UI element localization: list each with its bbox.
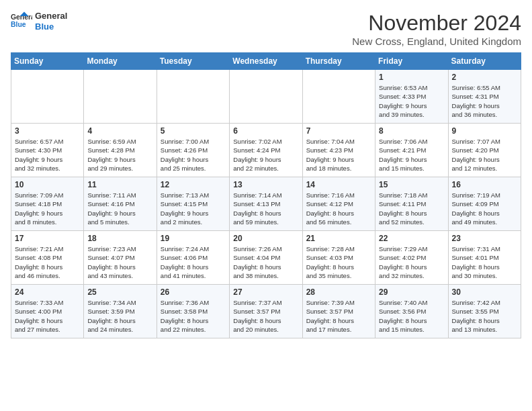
day-info: Sunrise: 7:19 AM Sunset: 4:09 PM Dayligh… [452, 191, 517, 226]
calendar-title: November 2024 [352, 11, 521, 36]
cell-1-4: 7Sunrise: 7:04 AM Sunset: 4:23 PM Daylig… [302, 124, 375, 177]
cell-3-4: 21Sunrise: 7:28 AM Sunset: 4:03 PM Dayli… [302, 231, 375, 285]
day-number: 10 [15, 180, 80, 189]
cell-3-0: 17Sunrise: 7:21 AM Sunset: 4:08 PM Dayli… [11, 231, 84, 285]
cell-1-3: 6Sunrise: 7:02 AM Sunset: 4:24 PM Daylig… [230, 124, 302, 177]
cell-0-0 [11, 70, 84, 124]
header-saturday: Saturday [448, 53, 521, 70]
logo-text: General Blue [35, 11, 67, 32]
day-number: 17 [15, 234, 80, 243]
day-number: 18 [87, 234, 152, 243]
calendar-table: SundayMondayTuesdayWednesdayThursdayFrid… [11, 52, 521, 338]
day-number: 13 [233, 180, 298, 189]
day-number: 14 [306, 180, 371, 189]
cell-1-6: 9Sunrise: 7:07 AM Sunset: 4:20 PM Daylig… [448, 124, 521, 177]
day-info: Sunrise: 7:23 AM Sunset: 4:07 PM Dayligh… [87, 244, 152, 280]
cell-0-3 [230, 70, 302, 124]
day-info: Sunrise: 7:09 AM Sunset: 4:18 PM Dayligh… [15, 191, 80, 226]
cell-2-0: 10Sunrise: 7:09 AM Sunset: 4:18 PM Dayli… [11, 177, 84, 231]
header-tuesday: Tuesday [157, 53, 229, 70]
day-number: 8 [379, 126, 444, 136]
day-info: Sunrise: 7:07 AM Sunset: 4:20 PM Dayligh… [452, 137, 517, 173]
cell-4-2: 26Sunrise: 7:36 AM Sunset: 3:58 PM Dayli… [157, 285, 229, 338]
cell-3-6: 23Sunrise: 7:31 AM Sunset: 4:01 PM Dayli… [448, 231, 521, 285]
cell-1-2: 5Sunrise: 7:00 AM Sunset: 4:26 PM Daylig… [157, 124, 229, 177]
cell-3-5: 22Sunrise: 7:29 AM Sunset: 4:02 PM Dayli… [375, 231, 448, 285]
day-number: 30 [452, 287, 517, 297]
calendar-header: SundayMondayTuesdayWednesdayThursdayFrid… [11, 53, 521, 70]
cell-4-0: 24Sunrise: 7:33 AM Sunset: 4:00 PM Dayli… [11, 285, 84, 338]
day-number: 5 [161, 126, 226, 136]
week-row-2: 10Sunrise: 7:09 AM Sunset: 4:18 PM Dayli… [11, 177, 521, 231]
header-monday: Monday [84, 53, 157, 70]
week-row-3: 17Sunrise: 7:21 AM Sunset: 4:08 PM Dayli… [11, 231, 521, 285]
cell-0-4 [302, 70, 375, 124]
cell-1-0: 3Sunrise: 6:57 AM Sunset: 4:30 PM Daylig… [11, 124, 84, 177]
calendar-body: 1Sunrise: 6:53 AM Sunset: 4:33 PM Daylig… [11, 70, 521, 338]
day-info: Sunrise: 7:13 AM Sunset: 4:15 PM Dayligh… [161, 191, 226, 226]
day-number: 26 [161, 287, 226, 297]
day-info: Sunrise: 7:26 AM Sunset: 4:04 PM Dayligh… [233, 244, 298, 280]
day-info: Sunrise: 7:00 AM Sunset: 4:26 PM Dayligh… [161, 137, 226, 173]
day-info: Sunrise: 7:39 AM Sunset: 3:57 PM Dayligh… [306, 298, 371, 334]
day-info: Sunrise: 7:04 AM Sunset: 4:23 PM Dayligh… [306, 137, 371, 173]
day-number: 25 [87, 287, 152, 297]
header-friday: Friday [375, 53, 448, 70]
day-info: Sunrise: 7:42 AM Sunset: 3:55 PM Dayligh… [452, 298, 517, 334]
day-info: Sunrise: 7:36 AM Sunset: 3:58 PM Dayligh… [161, 298, 226, 334]
day-number: 15 [379, 180, 444, 189]
day-number: 28 [306, 287, 371, 297]
header-row: SundayMondayTuesdayWednesdayThursdayFrid… [11, 53, 521, 70]
cell-0-5: 1Sunrise: 6:53 AM Sunset: 4:33 PM Daylig… [375, 70, 448, 124]
day-number: 21 [306, 234, 371, 243]
logo-icon: General Blue [11, 11, 32, 32]
cell-2-2: 12Sunrise: 7:13 AM Sunset: 4:15 PM Dayli… [157, 177, 229, 231]
cell-2-5: 15Sunrise: 7:18 AM Sunset: 4:11 PM Dayli… [375, 177, 448, 231]
cell-2-3: 13Sunrise: 7:14 AM Sunset: 4:13 PM Dayli… [230, 177, 302, 231]
day-number: 11 [87, 180, 152, 189]
title-area: November 2024 New Cross, England, United… [352, 11, 521, 47]
day-info: Sunrise: 7:24 AM Sunset: 4:06 PM Dayligh… [161, 244, 226, 280]
cell-4-5: 29Sunrise: 7:40 AM Sunset: 3:56 PM Dayli… [375, 285, 448, 338]
day-info: Sunrise: 6:55 AM Sunset: 4:31 PM Dayligh… [452, 83, 517, 119]
cell-3-3: 20Sunrise: 7:26 AM Sunset: 4:04 PM Dayli… [230, 231, 302, 285]
cell-1-5: 8Sunrise: 7:06 AM Sunset: 4:21 PM Daylig… [375, 124, 448, 177]
day-info: Sunrise: 7:29 AM Sunset: 4:02 PM Dayligh… [379, 244, 444, 280]
day-info: Sunrise: 6:53 AM Sunset: 4:33 PM Dayligh… [379, 83, 444, 119]
cell-2-1: 11Sunrise: 7:11 AM Sunset: 4:16 PM Dayli… [84, 177, 157, 231]
day-info: Sunrise: 7:14 AM Sunset: 4:13 PM Dayligh… [233, 191, 298, 226]
day-number: 29 [379, 287, 444, 297]
day-number: 20 [233, 234, 298, 243]
cell-4-1: 25Sunrise: 7:34 AM Sunset: 3:59 PM Dayli… [84, 285, 157, 338]
header-sunday: Sunday [11, 53, 84, 70]
day-info: Sunrise: 7:34 AM Sunset: 3:59 PM Dayligh… [87, 298, 152, 334]
day-number: 27 [233, 287, 298, 297]
cell-3-2: 19Sunrise: 7:24 AM Sunset: 4:06 PM Dayli… [157, 231, 229, 285]
svg-text:General: General [11, 13, 32, 21]
week-row-0: 1Sunrise: 6:53 AM Sunset: 4:33 PM Daylig… [11, 70, 521, 124]
day-number: 6 [233, 126, 298, 136]
day-info: Sunrise: 7:06 AM Sunset: 4:21 PM Dayligh… [379, 137, 444, 173]
day-number: 16 [452, 180, 517, 189]
day-info: Sunrise: 6:59 AM Sunset: 4:28 PM Dayligh… [87, 137, 152, 173]
cell-2-4: 14Sunrise: 7:16 AM Sunset: 4:12 PM Dayli… [302, 177, 375, 231]
cell-0-2 [157, 70, 229, 124]
day-number: 4 [87, 126, 152, 136]
day-info: Sunrise: 7:21 AM Sunset: 4:08 PM Dayligh… [15, 244, 80, 280]
day-info: Sunrise: 7:33 AM Sunset: 4:00 PM Dayligh… [15, 298, 80, 334]
cell-4-6: 30Sunrise: 7:42 AM Sunset: 3:55 PM Dayli… [448, 285, 521, 338]
day-number: 12 [161, 180, 226, 189]
day-info: Sunrise: 7:37 AM Sunset: 3:57 PM Dayligh… [233, 298, 298, 334]
week-row-1: 3Sunrise: 6:57 AM Sunset: 4:30 PM Daylig… [11, 124, 521, 177]
cell-0-1 [84, 70, 157, 124]
header: General Blue General Blue November 2024 … [11, 11, 521, 47]
day-info: Sunrise: 7:28 AM Sunset: 4:03 PM Dayligh… [306, 244, 371, 280]
logo: General Blue General Blue [11, 11, 67, 32]
calendar-subtitle: New Cross, England, United Kingdom [352, 36, 521, 47]
day-info: Sunrise: 7:11 AM Sunset: 4:16 PM Dayligh… [87, 191, 152, 226]
day-number: 7 [306, 126, 371, 136]
cell-4-3: 27Sunrise: 7:37 AM Sunset: 3:57 PM Dayli… [230, 285, 302, 338]
day-info: Sunrise: 7:16 AM Sunset: 4:12 PM Dayligh… [306, 191, 371, 226]
cell-0-6: 2Sunrise: 6:55 AM Sunset: 4:31 PM Daylig… [448, 70, 521, 124]
day-number: 9 [452, 126, 517, 136]
